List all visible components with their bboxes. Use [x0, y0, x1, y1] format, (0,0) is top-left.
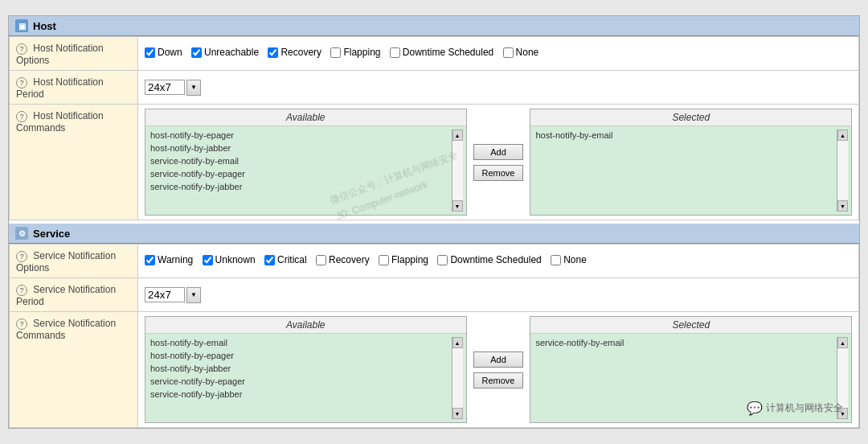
list-item[interactable]: service-notify-by-email [149, 155, 452, 166]
list-item[interactable]: service-notify-by-email [534, 337, 837, 348]
host-unreachable-checkbox-label[interactable]: Unreachable [191, 47, 259, 58]
host-available-scroll-up[interactable]: ▲ [452, 130, 463, 141]
host-period-dropdown-arrow[interactable]: ▼ [186, 80, 201, 96]
host-add-button[interactable]: Add [473, 144, 524, 160]
host-commands-wrapper: Available host-notify-by-epager host-not… [145, 109, 852, 216]
svc-downtime-checkbox[interactable] [437, 255, 448, 265]
host-selected-panel: Selected host-notify-by-email ▲ ▼ [530, 109, 852, 216]
svc-period-label-cell: ? Service Notification Period [10, 278, 138, 312]
svc-commands-value-cell: Available host-notify-by-email host-noti… [138, 312, 859, 428]
host-selected-scroll-down[interactable]: ▼ [837, 200, 848, 212]
host-none-label: None [516, 47, 539, 58]
list-item[interactable]: service-notify-by-epager [149, 376, 452, 387]
list-item[interactable]: host-notify-by-jabber [149, 142, 452, 154]
svc-none-label: None [563, 254, 587, 265]
host-recovery-checkbox[interactable] [268, 47, 278, 58]
svc-none-checkbox[interactable] [551, 255, 561, 265]
svc-available-items: host-notify-by-email host-notify-by-epag… [149, 337, 452, 419]
host-flapping-checkbox-label[interactable]: Flapping [330, 47, 380, 58]
svc-downtime-label: Downtime Scheduled [450, 254, 541, 265]
svc-critical-checkbox-label[interactable]: Critical [264, 254, 307, 265]
host-none-checkbox-label[interactable]: None [503, 47, 539, 58]
svc-selected-panel: Selected service-notify-by-email ▲ ▼ [530, 316, 852, 423]
host-period-input[interactable] [145, 80, 185, 95]
svc-critical-checkbox[interactable] [264, 255, 275, 265]
host-flapping-checkbox[interactable] [330, 47, 341, 58]
svc-critical-label: Critical [277, 254, 307, 265]
svc-available-scroll-up[interactable]: ▲ [452, 337, 463, 348]
host-form-table: ? Host Notification Options Down Unreach… [9, 36, 859, 220]
host-unreachable-checkbox[interactable] [191, 47, 202, 58]
svc-selected-scroll-up[interactable]: ▲ [837, 337, 848, 348]
host-period-select: ▼ [145, 80, 201, 96]
svc-commands-label-cell: ? Service Notification Commands [10, 312, 138, 428]
list-item[interactable]: service-notify-by-jabber [149, 388, 452, 400]
host-down-checkbox-label[interactable]: Down [145, 47, 182, 58]
host-available-header: Available [145, 109, 466, 126]
svc-downtime-checkbox-label[interactable]: Downtime Scheduled [437, 254, 541, 265]
host-downtime-checkbox-label[interactable]: Downtime Scheduled [390, 47, 493, 58]
host-flapping-label: Flapping [343, 47, 380, 58]
svc-period-dropdown-arrow[interactable]: ▼ [186, 287, 201, 303]
svc-unknown-checkbox[interactable] [203, 255, 213, 265]
svc-flapping-checkbox-label[interactable]: Flapping [379, 254, 428, 265]
host-notification-period-row: ? Host Notification Period ▼ [10, 71, 859, 105]
svc-recovery-label: Recovery [329, 254, 370, 265]
svc-period-value-cell: ▼ [138, 278, 859, 312]
host-none-checkbox[interactable] [503, 47, 514, 58]
svc-warning-checkbox[interactable] [145, 255, 155, 265]
svc-warning-checkbox-label[interactable]: Warning [145, 254, 193, 265]
host-down-label: Down [158, 47, 182, 58]
host-selected-scrollbar: ▲ ▼ [837, 130, 848, 212]
host-commands-label-cell: ? Host Notification Commands [10, 105, 138, 220]
svc-period-label: Service Notification Period [16, 284, 116, 307]
host-commands-help-icon[interactable]: ? [16, 111, 27, 122]
svc-available-body: host-notify-by-email host-notify-by-epag… [145, 334, 466, 422]
svc-notif-options-help-icon[interactable]: ? [16, 251, 27, 262]
svc-flapping-checkbox[interactable] [379, 255, 389, 265]
host-selected-header: Selected [530, 109, 851, 126]
host-selected-items: host-notify-by-email [534, 130, 837, 212]
svc-commands-layout: Available host-notify-by-email host-noti… [145, 316, 852, 423]
host-notif-options-help-icon[interactable]: ? [16, 43, 27, 55]
svc-commands-label: Service Notification Commands [16, 318, 116, 341]
svc-none-checkbox-label[interactable]: None [551, 254, 587, 265]
host-selected-body: host-notify-by-email ▲ ▼ [530, 126, 851, 215]
host-selected-scroll-up[interactable]: ▲ [837, 130, 848, 141]
svc-unknown-checkbox-label[interactable]: Unknown [203, 254, 256, 265]
list-item[interactable]: host-notify-by-email [149, 337, 452, 348]
list-item[interactable]: service-notify-by-epager [149, 168, 452, 179]
svc-remove-button[interactable]: Remove [473, 372, 524, 388]
service-notification-options-label: Service Notification Options [16, 250, 116, 273]
list-item[interactable]: host-notify-by-jabber [149, 363, 452, 374]
host-section-header: ▣ Host [9, 16, 859, 36]
host-recovery-checkbox-label[interactable]: Recovery [268, 47, 321, 58]
svc-commands-wrapper: Available host-notify-by-email host-noti… [145, 316, 852, 423]
wechat-icon: 💬 [747, 401, 763, 416]
service-section-title: Service [33, 228, 70, 240]
host-available-scroll-down[interactable]: ▼ [452, 200, 463, 212]
svc-commands-help-icon[interactable]: ? [16, 319, 27, 330]
svc-add-button[interactable]: Add [473, 352, 524, 368]
svc-unknown-label: Unknown [215, 254, 256, 265]
host-section-title: Host [33, 20, 56, 32]
host-recovery-label: Recovery [280, 47, 321, 58]
svc-period-input[interactable] [145, 287, 185, 302]
svc-available-panel: Available host-notify-by-email host-noti… [145, 316, 467, 423]
svc-available-scroll-down[interactable]: ▼ [452, 408, 463, 419]
list-item[interactable]: service-notify-by-jabber [149, 181, 452, 192]
list-item[interactable]: host-notify-by-epager [149, 350, 452, 361]
host-period-help-icon[interactable]: ? [16, 77, 27, 88]
host-down-checkbox[interactable] [145, 47, 155, 58]
svc-period-help-icon[interactable]: ? [16, 285, 27, 296]
list-item[interactable]: host-notify-by-epager [149, 130, 452, 141]
host-notification-options-label-cell: ? Host Notification Options [10, 37, 138, 71]
host-remove-button[interactable]: Remove [473, 165, 524, 181]
host-downtime-checkbox[interactable] [390, 47, 400, 58]
host-available-scroll-track [452, 141, 463, 200]
service-icon: ⚙ [15, 227, 28, 240]
host-notification-options-row: ? Host Notification Options Down Unreach… [10, 37, 859, 71]
svc-recovery-checkbox-label[interactable]: Recovery [316, 254, 370, 265]
list-item[interactable]: host-notify-by-email [534, 130, 837, 141]
svc-recovery-checkbox[interactable] [316, 255, 326, 265]
